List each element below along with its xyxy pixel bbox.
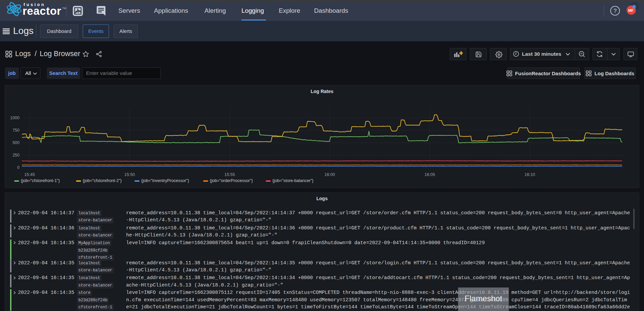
svg-text:15:55: 15:55 [224, 172, 235, 177]
svg-text:500: 500 [12, 140, 20, 145]
svg-text:15:45: 15:45 [24, 172, 35, 177]
svg-text:1000: 1000 [10, 116, 20, 120]
svg-text:0: 0 [17, 165, 20, 170]
svg-text:15:50: 15:50 [124, 172, 135, 177]
svg-text:750: 750 [12, 128, 20, 133]
svg-text:MF: MF [628, 8, 634, 12]
svg-text:250: 250 [12, 153, 20, 158]
svg-text:16:10: 16:10 [525, 172, 535, 177]
svg-text:?: ? [613, 8, 616, 14]
svg-text:16:00: 16:00 [325, 172, 335, 177]
svg-text:16:05: 16:05 [424, 172, 435, 177]
